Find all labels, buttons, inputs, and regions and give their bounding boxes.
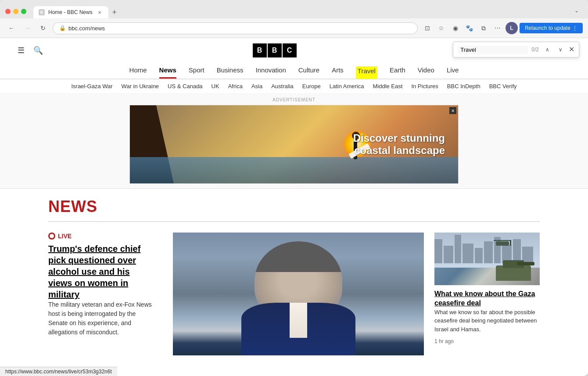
nav-item-business[interactable]: Business	[217, 66, 244, 79]
bbc-logo[interactable]: B B C	[253, 43, 297, 57]
ad-label: Advertisement	[0, 97, 588, 102]
nav-item-arts[interactable]: Arts	[332, 66, 344, 79]
nav-item-news[interactable]: News	[159, 66, 176, 79]
close-window-button[interactable]	[5, 9, 11, 14]
close-tab-button[interactable]: ✕	[96, 9, 103, 16]
relaunch-button[interactable]: Relaunch to update ⋮	[520, 23, 583, 33]
header-left: ☰ 🔍	[18, 46, 43, 55]
tab-bar: B Home - BBC News ✕ + ⌄	[33, 4, 583, 18]
nav-item-video[interactable]: Video	[418, 66, 434, 79]
find-prev-button[interactable]: ∧	[542, 45, 552, 54]
sub-nav-middle-east[interactable]: Middle East	[373, 83, 402, 90]
person-hair	[255, 241, 342, 272]
sub-nav-latin-america[interactable]: Latin America	[330, 83, 364, 90]
person-shirt	[290, 303, 307, 338]
toolbar-icons: ⊡ ☆ ◉ 🐾 ⧉ ⋯ L Relaunch to update ⋮	[421, 22, 583, 34]
status-url: https://www.bbc.com/news/live/cr53m3g32n…	[5, 369, 112, 375]
nav-item-live[interactable]: Live	[447, 66, 459, 79]
ad-text: Discover stunning coastal landscape	[353, 132, 445, 157]
tab-title: Home - BBC News	[48, 9, 93, 15]
sub-nav-bbc-indepth[interactable]: BBC InDepth	[447, 83, 480, 90]
address-url: bbc.com/news	[68, 25, 411, 32]
featured-story-summary: The military veteran and ex-Fox News hos…	[48, 300, 155, 337]
extension-icon-3[interactable]: ⧉	[477, 22, 490, 34]
active-tab[interactable]: B Home - BBC News ✕	[33, 6, 108, 18]
sub-nav-in-pictures[interactable]: In Pictures	[411, 83, 438, 90]
tank	[496, 265, 531, 281]
browser-toolbar: ← → ↻ 🔒 bbc.com/news ⊡ ☆ ◉ 🐾 ⧉ ⋯ L Relau…	[0, 18, 588, 38]
bbc-logo-b1: B	[253, 43, 267, 57]
settings-icon[interactable]: ⋯	[491, 22, 504, 34]
right-story-card: What we know about the Gaza ceasefire de…	[434, 233, 540, 345]
ad-section: Advertisement Discover stunning coastal …	[0, 93, 588, 189]
forward-button[interactable]: →	[21, 22, 33, 34]
ad-banner[interactable]: Discover stunning coastal landscape ✕	[129, 105, 459, 184]
sub-nav-europe[interactable]: Europe	[302, 83, 321, 90]
address-bar[interactable]: 🔒 bbc.com/news	[53, 22, 418, 34]
find-close-button[interactable]: ✕	[569, 46, 574, 53]
main-nav: Home News Sport Business Innovation Cult…	[18, 63, 570, 79]
lock-icon: 🔒	[59, 25, 66, 31]
featured-story-link[interactable]: Trump's defence chief pick questioned ov…	[48, 244, 140, 299]
extension-icon-1[interactable]: ◉	[449, 22, 462, 34]
right-story-timestamp: 1 hr ago	[434, 338, 454, 344]
helicopter	[496, 239, 513, 246]
live-story-card: LIVE Trump's defence chief pick question…	[48, 233, 162, 337]
new-tab-button[interactable]: +	[108, 6, 121, 18]
ad-water	[130, 157, 458, 183]
page-content: ☰ 🔍 B B C Register Sign In Home N	[0, 38, 588, 373]
sub-nav-asia[interactable]: Asia	[251, 83, 262, 90]
search-button[interactable]: 🔍	[33, 46, 43, 55]
sub-nav-bbc-verify[interactable]: BBC Verify	[489, 83, 517, 90]
live-dot-icon	[48, 233, 55, 240]
live-badge: LIVE	[48, 233, 155, 240]
section-title: NEWS	[48, 197, 540, 222]
sub-nav-us-canada[interactable]: US & Canada	[168, 83, 203, 90]
sub-nav-israel-gaza[interactable]: Israel-Gaza War	[71, 83, 112, 90]
find-count: 0/2	[531, 47, 539, 53]
nav-item-travel[interactable]: Travel	[356, 66, 377, 79]
tab-favicon: B	[39, 9, 45, 15]
bbc-logo-c: C	[283, 43, 297, 57]
sub-nav-africa[interactable]: Africa	[228, 83, 243, 90]
minimize-window-button[interactable]	[13, 9, 18, 14]
hamburger-menu-button[interactable]: ☰	[18, 46, 25, 55]
live-badge-label: LIVE	[58, 233, 72, 240]
nav-item-innovation[interactable]: Innovation	[256, 66, 286, 79]
ad-close-button[interactable]: ✕	[449, 107, 456, 114]
cast-icon[interactable]: ⊡	[421, 22, 434, 34]
sub-nav-australia[interactable]: Australia	[271, 83, 294, 90]
nav-item-earth[interactable]: Earth	[390, 66, 405, 79]
window-chevron-button[interactable]: ⌄	[570, 4, 583, 17]
nav-item-sport[interactable]: Sport	[189, 66, 204, 79]
bbc-logo-b2: B	[268, 43, 282, 57]
featured-story-image[interactable]	[173, 233, 424, 355]
find-bar: 0/2 ∧ ∨ ✕	[453, 42, 579, 57]
sub-nav-uk[interactable]: UK	[212, 83, 219, 90]
nav-item-culture[interactable]: Culture	[298, 66, 319, 79]
news-section: NEWS LIVE Trump's defence chief pick que…	[13, 189, 575, 373]
extension-icon-2[interactable]: 🐾	[463, 22, 476, 34]
maximize-window-button[interactable]	[21, 9, 26, 14]
nav-item-home[interactable]: Home	[129, 66, 147, 79]
bookmark-icon[interactable]: ☆	[435, 22, 448, 34]
find-next-button[interactable]: ∨	[556, 45, 565, 54]
browser-titlebar: B Home - BBC News ✕ + ⌄	[0, 0, 588, 18]
profile-button[interactable]: L	[506, 22, 518, 34]
sub-nav-ukraine[interactable]: War in Ukraine	[122, 83, 159, 90]
status-bar: https://www.bbc.com/news/live/cr53m3g32n…	[0, 367, 117, 376]
find-input[interactable]	[458, 46, 528, 54]
buildings	[434, 233, 540, 263]
right-story-image[interactable]	[434, 233, 540, 285]
sub-nav: Israel-Gaza War War in Ukraine US & Cana…	[0, 79, 588, 93]
right-story-link[interactable]: What we know about the Gaza ceasefire de…	[434, 290, 535, 307]
news-grid: LIVE Trump's defence chief pick question…	[48, 233, 540, 355]
right-story-summary: What we know so far about the possible c…	[434, 308, 540, 334]
back-button[interactable]: ←	[5, 22, 18, 34]
reload-button[interactable]: ↻	[37, 22, 49, 34]
traffic-lights	[5, 9, 26, 14]
